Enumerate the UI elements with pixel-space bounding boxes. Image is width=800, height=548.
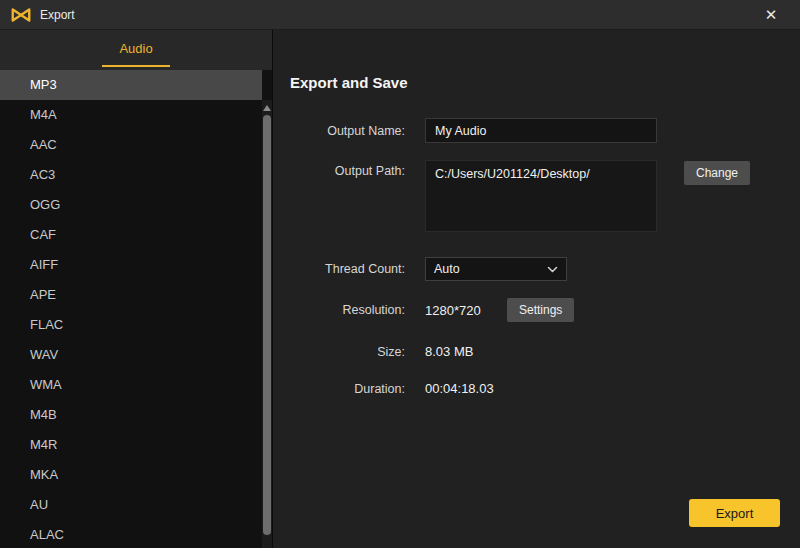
output-path-value[interactable]: C:/Users/U201124/Desktop/	[425, 160, 657, 232]
size-label: Size:	[290, 345, 405, 359]
export-dialog: Export ✕ Audio MP3M4AAACAC3OGGCAFAIFFAPE…	[0, 0, 800, 548]
format-item-wma[interactable]: WMA	[0, 370, 262, 400]
thread-count-dropdown[interactable]: Auto	[425, 257, 567, 281]
thread-count-row: Thread Count: Auto	[290, 257, 800, 281]
scrollbar-thumb[interactable]	[263, 115, 271, 535]
format-item-caf[interactable]: CAF	[0, 220, 262, 250]
output-name-label: Output Name:	[290, 124, 405, 138]
tabbar: Audio	[0, 30, 272, 70]
size-row: Size: 8.03 MB	[290, 344, 800, 359]
resolution-settings-button[interactable]: Settings	[507, 298, 574, 322]
format-item-m4r[interactable]: M4R	[0, 430, 262, 460]
duration-value: 00:04:18.03	[425, 381, 494, 396]
format-item-m4b[interactable]: M4B	[0, 400, 262, 430]
format-item-aiff[interactable]: AIFF	[0, 250, 262, 280]
format-item-wav[interactable]: WAV	[0, 340, 262, 370]
format-item-flac[interactable]: FLAC	[0, 310, 262, 340]
titlebar: Export ✕	[0, 0, 800, 30]
chevron-down-icon	[547, 266, 558, 273]
format-item-au[interactable]: AU	[0, 490, 262, 520]
duration-row: Duration: 00:04:18.03	[290, 381, 800, 396]
export-button[interactable]: Export	[689, 499, 780, 527]
format-item-m4a[interactable]: M4A	[0, 100, 262, 130]
window-title: Export	[40, 8, 75, 22]
format-item-mp3[interactable]: MP3	[0, 70, 262, 100]
close-icon[interactable]: ✕	[756, 0, 786, 30]
output-path-label: Output Path:	[290, 160, 405, 178]
change-path-button[interactable]: Change	[684, 161, 750, 185]
scroll-up-icon[interactable]	[263, 105, 271, 111]
panel-heading: Export and Save	[290, 74, 800, 91]
output-path-row: Output Path: C:/Users/U201124/Desktop/ C…	[290, 160, 800, 232]
format-item-ac3[interactable]: AC3	[0, 160, 262, 190]
format-item-ape[interactable]: APE	[0, 280, 262, 310]
resolution-row: Resolution: 1280*720 Settings	[290, 298, 800, 322]
output-name-input[interactable]	[425, 118, 657, 143]
format-list: MP3M4AAACAC3OGGCAFAIFFAPEFLACWAVWMAM4BM4…	[0, 70, 272, 548]
duration-label: Duration:	[290, 382, 405, 396]
format-item-ogg[interactable]: OGG	[0, 190, 262, 220]
size-value: 8.03 MB	[425, 344, 473, 359]
resolution-label: Resolution:	[290, 303, 405, 317]
scrollbar[interactable]	[262, 100, 272, 548]
tab-audio[interactable]: Audio	[105, 30, 166, 70]
output-name-row: Output Name:	[290, 118, 800, 143]
thread-count-label: Thread Count:	[290, 262, 405, 276]
format-item-alac[interactable]: ALAC	[0, 520, 262, 548]
format-sidebar: Audio MP3M4AAACAC3OGGCAFAIFFAPEFLACWAVWM…	[0, 30, 273, 548]
format-item-mka[interactable]: MKA	[0, 460, 262, 490]
format-item-aac[interactable]: AAC	[0, 130, 262, 160]
resolution-value: 1280*720	[425, 303, 507, 318]
thread-count-value: Auto	[434, 262, 547, 276]
app-logo-icon	[10, 6, 32, 24]
export-panel: Export and Save Output Name: Output Path…	[274, 30, 800, 548]
